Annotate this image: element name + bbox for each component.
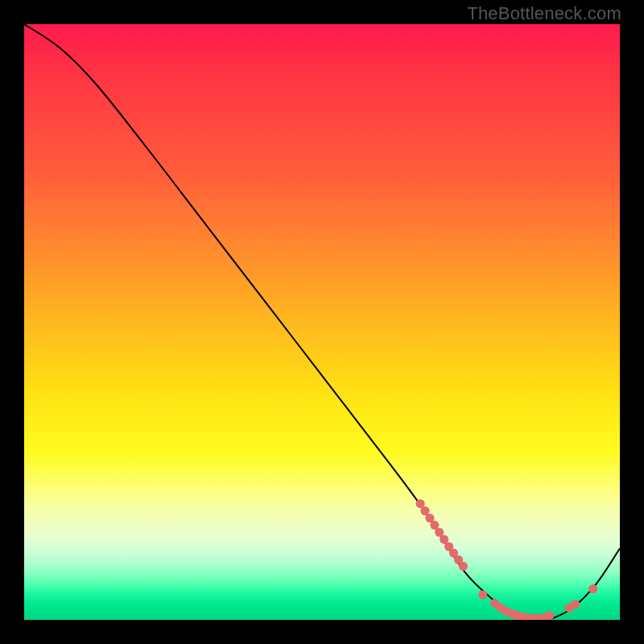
chart-marker-point [459, 562, 468, 571]
chart-plot-area [24, 24, 620, 620]
chart-marker-point [588, 584, 597, 593]
chart-curve [24, 24, 620, 620]
chart-marker-point [478, 590, 487, 599]
watermark-text: TheBottleneck.com [467, 3, 621, 24]
chart-svg [24, 24, 620, 620]
chart-marker-point [545, 611, 554, 620]
chart-marker-point [571, 600, 580, 609]
chart-markers [416, 499, 598, 620]
